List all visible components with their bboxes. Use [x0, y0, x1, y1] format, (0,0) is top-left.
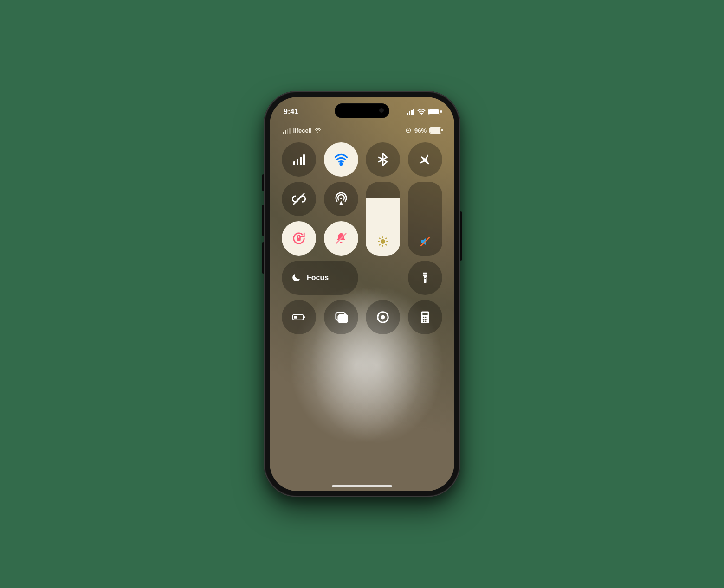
- svg-point-38: [426, 320, 427, 322]
- volume-slider[interactable]: [408, 182, 442, 256]
- svg-rect-29: [422, 313, 427, 315]
- flashlight-button[interactable]: [408, 261, 442, 295]
- home-indicator[interactable]: [332, 485, 392, 487]
- moon-icon: [291, 273, 301, 283]
- battery-icon: [428, 109, 440, 115]
- vpn-toggle[interactable]: [282, 182, 316, 216]
- control-center: Focus: [282, 142, 442, 334]
- wifi-icon: [417, 109, 426, 115]
- bluetooth-icon: [376, 153, 390, 166]
- wifi-icon: [334, 153, 348, 166]
- device-status-bar: 9:41: [270, 103, 454, 120]
- cellular-icon: [293, 154, 305, 165]
- svg-rect-2: [408, 130, 409, 131]
- brightness-icon: [377, 236, 388, 247]
- svg-rect-22: [304, 316, 305, 318]
- airdrop-toggle[interactable]: [324, 182, 358, 216]
- control-center-status: lifecell 96%: [270, 124, 454, 137]
- rotation-lock-toggle[interactable]: [282, 221, 316, 256]
- rotation-lock-icon: [292, 231, 306, 245]
- cc-battery-icon: [429, 127, 441, 134]
- svg-point-27: [381, 315, 385, 320]
- svg-point-35: [426, 319, 427, 320]
- cc-wifi-icon: [315, 128, 321, 133]
- svg-point-0: [421, 114, 422, 115]
- screen-record-button[interactable]: [366, 300, 400, 334]
- vpn-icon: [292, 192, 306, 206]
- status-time: 9:41: [284, 108, 298, 116]
- wifi-toggle[interactable]: [324, 142, 358, 177]
- orientation-lock-status-icon: [405, 127, 412, 134]
- airplane-icon: [418, 153, 432, 166]
- svg-point-32: [426, 317, 427, 318]
- svg-point-36: [423, 320, 424, 322]
- carrier-label: lifecell: [293, 127, 312, 134]
- svg-point-30: [423, 317, 424, 318]
- screen-record-icon: [376, 310, 390, 324]
- screen-mirroring-icon: [334, 310, 348, 324]
- low-power-icon: [292, 310, 306, 324]
- cc-signal-icon: [283, 128, 291, 134]
- bluetooth-toggle[interactable]: [366, 142, 400, 177]
- airplane-mode-toggle[interactable]: [408, 142, 442, 177]
- svg-rect-19: [423, 273, 427, 275]
- svg-rect-25: [338, 315, 347, 322]
- airdrop-icon: [334, 192, 348, 206]
- svg-point-20: [425, 278, 426, 279]
- svg-point-31: [425, 317, 426, 318]
- svg-point-3: [340, 163, 342, 165]
- screen: 9:41 lifecell: [270, 97, 454, 491]
- svg-line-11: [380, 238, 381, 239]
- svg-line-12: [386, 244, 387, 245]
- focus-label: Focus: [307, 274, 329, 282]
- svg-point-6: [381, 240, 385, 243]
- svg-line-4: [294, 194, 304, 205]
- svg-point-5: [340, 198, 342, 199]
- svg-line-14: [386, 238, 387, 239]
- screen-mirroring-button[interactable]: [324, 300, 358, 334]
- silent-icon: [334, 231, 348, 245]
- calculator-icon: [418, 310, 432, 324]
- svg-line-13: [380, 244, 381, 245]
- svg-rect-23: [294, 316, 297, 319]
- low-power-mode-button[interactable]: [282, 300, 316, 334]
- svg-point-34: [425, 319, 426, 320]
- svg-point-37: [425, 320, 426, 322]
- svg-point-33: [423, 319, 424, 320]
- svg-point-1: [317, 132, 318, 133]
- calculator-button[interactable]: [408, 300, 442, 334]
- signal-icon: [407, 109, 415, 115]
- flashlight-icon: [418, 271, 432, 285]
- iphone-frame: 9:41 lifecell: [264, 91, 460, 497]
- volume-mute-icon: [420, 236, 431, 247]
- cellular-toggle[interactable]: [282, 142, 316, 177]
- focus-button[interactable]: Focus: [282, 261, 358, 295]
- silent-mode-toggle[interactable]: [324, 221, 358, 256]
- brightness-slider[interactable]: [366, 182, 400, 256]
- battery-percent: 96%: [414, 127, 427, 134]
